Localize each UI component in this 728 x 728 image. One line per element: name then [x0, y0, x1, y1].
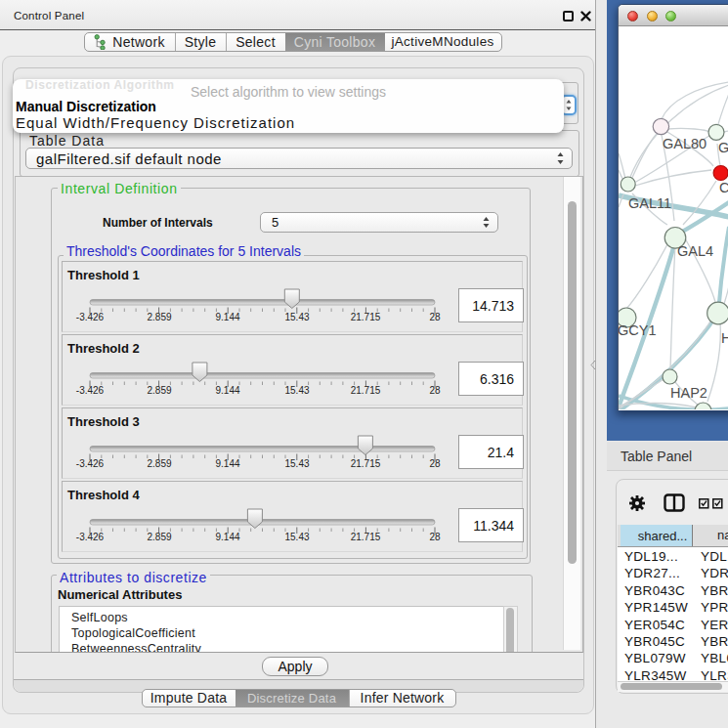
svg-text:HAP2: HAP2 [670, 385, 707, 401]
svg-text:CA: CA [719, 180, 728, 195]
svg-text:GCY1: GCY1 [619, 322, 657, 338]
svg-text:GA: GA [718, 140, 728, 155]
svg-text:HA: HA [721, 330, 728, 346]
svg-text:GAL11: GAL11 [628, 195, 671, 211]
svg-text:GAL80: GAL80 [663, 136, 707, 151]
svg-text:GAL4: GAL4 [677, 243, 713, 259]
